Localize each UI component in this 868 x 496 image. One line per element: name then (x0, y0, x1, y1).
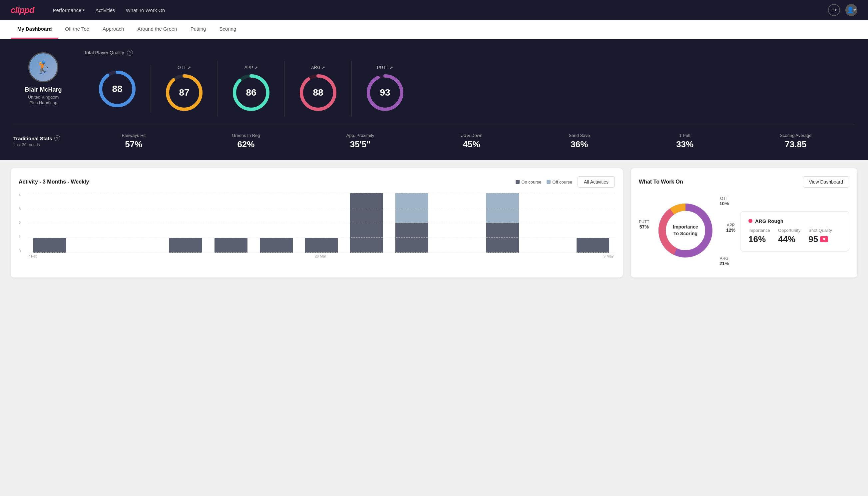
nav-performance[interactable]: Performance ▾ (53, 7, 85, 13)
tab-off-the-tee[interactable]: Off the Tee (58, 20, 96, 38)
stats-label: Traditional Stats ? Last 20 rounds (13, 135, 73, 147)
score-arg: ARG ↗ 88 (285, 61, 352, 117)
donut-label-ott: OTT 10% (720, 196, 729, 206)
stat-sand-save: Sand Save 36% (569, 133, 590, 150)
stat-scoring-average: Scoring Average 73.85 (780, 133, 811, 150)
bottom-section: Activity - 3 Months - Weekly On course O… (0, 160, 868, 285)
stats-title: Traditional Stats ? (13, 135, 73, 141)
ring-main: 88 (97, 69, 137, 109)
bar-group (525, 193, 570, 253)
tab-around-the-green[interactable]: Around the Green (130, 20, 184, 38)
player-handicap: Plus Handicap (29, 100, 57, 105)
player-name: Blair McHarg (25, 86, 62, 93)
bar-group (299, 193, 343, 253)
score-main: 88 (84, 65, 151, 113)
bar-group (254, 193, 298, 253)
total-quality-info-icon[interactable]: ? (127, 50, 133, 56)
bar-on-course (577, 238, 610, 253)
app-label: APP ↗ (244, 65, 258, 70)
tab-scoring[interactable]: Scoring (212, 20, 243, 38)
work-on-card: What To Work On View Dashboard OTT 10% A… (631, 168, 857, 278)
nav-activities[interactable]: Activities (95, 7, 115, 13)
stat-app-proximity: App. Proximity 35'5" (346, 133, 374, 150)
bar-on-course (350, 193, 383, 253)
bar-on-course (33, 238, 66, 253)
tab-my-dashboard[interactable]: My Dashboard (11, 20, 58, 38)
svg-text:To Scoring: To Scoring (674, 231, 697, 236)
hero-top: 🏌️ Blair McHarg United Kingdom Plus Hand… (13, 50, 855, 117)
player-country: United Kingdom (28, 95, 59, 99)
ott-label: OTT ↗ (177, 65, 191, 70)
user-avatar[interactable]: 👤 ▾ (845, 4, 857, 16)
activity-card-title: Activity - 3 Months - Weekly (19, 179, 89, 185)
bar-on-course (305, 238, 338, 253)
bar-off-course (486, 193, 519, 223)
player-info: 🏌️ Blair McHarg United Kingdom Plus Hand… (13, 50, 73, 105)
top-navigation: clippd Performance ▾ Activities What To … (0, 0, 868, 20)
x-labels: 7 Feb 28 Mar 9 May (28, 254, 615, 258)
bar-on-course (486, 223, 519, 253)
shot-quality-badge: ▼ (820, 236, 828, 242)
score-app: APP ↗ 86 (218, 61, 285, 117)
bar-on-course (169, 238, 202, 253)
info-metric-opportunity: Opportunity 44% (778, 228, 800, 245)
chart-legend: On course Off course (516, 180, 572, 185)
all-activities-button[interactable]: All Activities (578, 176, 615, 188)
work-on-title: What To Work On (639, 179, 683, 185)
info-metrics: Importance 16% Opportunity 44% Shot Qual… (748, 228, 841, 245)
donut-label-putt: PUTT 57% (639, 219, 649, 230)
info-metric-importance: Importance 16% (748, 228, 770, 245)
activity-card-header: Activity - 3 Months - Weekly On course O… (19, 176, 615, 188)
donut-chart-wrapper: OTT 10% APP 12% ARG 21% PUTT (639, 193, 732, 269)
ring-app: 86 (231, 73, 271, 113)
red-circle-icon (748, 219, 753, 223)
tab-putting[interactable]: Putting (184, 20, 213, 38)
bar-group (119, 193, 162, 253)
score-putt: PUTT ↗ 93 (352, 61, 419, 117)
info-card: ARG Rough Importance 16% Opportunity 44%… (740, 211, 849, 251)
donut-label-app: APP 12% (726, 223, 736, 233)
tabs-bar: My Dashboard Off the Tee Approach Around… (0, 20, 868, 39)
putt-label: PUTT ↗ (377, 65, 393, 70)
nav-what-to-work-on[interactable]: What To Work On (126, 7, 165, 13)
stat-greens-in-reg: Greens In Reg 62% (232, 133, 260, 150)
ring-arg: 88 (298, 73, 338, 113)
score-circles: 88 OTT ↗ 87 (84, 61, 855, 117)
donut-label-arg: ARG 21% (720, 256, 729, 266)
bar-group (28, 193, 72, 253)
svg-text:Importance: Importance (673, 224, 698, 230)
bar-group (480, 193, 524, 253)
stats-info-icon[interactable]: ? (54, 135, 60, 141)
legend-off-course: Off course (547, 180, 572, 185)
bar-group (435, 193, 479, 253)
bar-on-course (395, 223, 428, 253)
stats-subtitle: Last 20 rounds (13, 143, 73, 147)
donut-svg: Importance To Scoring (656, 201, 715, 261)
logo: clippd (11, 5, 34, 15)
nav-right: + ▾ 👤 ▾ (828, 4, 857, 16)
bar-on-course (260, 238, 293, 253)
info-card-title: ARG Rough (748, 218, 841, 224)
bar-group (73, 193, 117, 253)
legend-on-course: On course (516, 180, 541, 185)
score-ott: OTT ↗ 87 (151, 61, 218, 117)
ring-ott: 87 (164, 73, 204, 113)
stat-up-down: Up & Down 45% (461, 133, 483, 150)
activity-card: Activity - 3 Months - Weekly On course O… (11, 168, 623, 278)
tab-approach[interactable]: Approach (96, 20, 130, 38)
bar-group (345, 193, 389, 253)
bar-group (571, 193, 615, 253)
info-metric-shot-quality: Shot Quality 95 ▼ (808, 228, 832, 245)
view-dashboard-button[interactable]: View Dashboard (803, 176, 849, 188)
work-on-header: What To Work On View Dashboard (639, 176, 849, 188)
bar-group (209, 193, 253, 253)
add-button[interactable]: + ▾ (828, 4, 840, 16)
dashboard-hero: 🏌️ Blair McHarg United Kingdom Plus Hand… (0, 39, 868, 160)
bar-on-course (215, 238, 248, 253)
ring-putt: 93 (365, 73, 405, 113)
donut-section: OTT 10% APP 12% ARG 21% PUTT (639, 193, 849, 269)
arg-label: ARG ↗ (311, 65, 325, 70)
bar-chart-area: 0 1 2 3 4 (19, 193, 615, 258)
stat-1-putt: 1 Putt 33% (676, 133, 693, 150)
bar-group (390, 193, 434, 253)
